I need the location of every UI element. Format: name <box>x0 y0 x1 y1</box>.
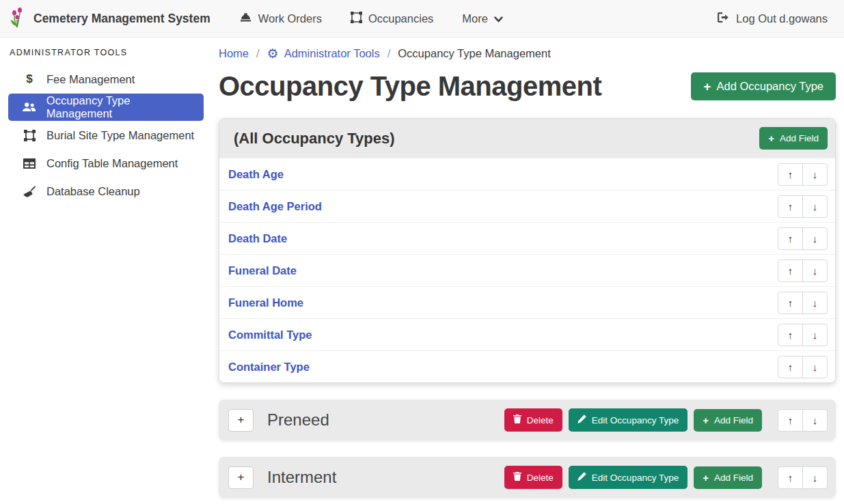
arrow-down-icon: ↓ <box>813 297 818 309</box>
nav-work-orders[interactable]: Work Orders <box>239 12 322 25</box>
broom-icon <box>21 186 38 197</box>
nav-occupancies[interactable]: Occupancies <box>351 12 433 26</box>
occupancy-type-section-preneed: + Preneed Delete <box>219 400 836 440</box>
breadcrumb-admin-tools-link[interactable]: ⚙ Administrator Tools <box>267 47 380 60</box>
arrow-down-icon: ↓ <box>813 329 818 341</box>
field-link-committal-type[interactable]: Committal Type <box>228 328 312 341</box>
sidebar-item-database-cleanup[interactable]: Database Cleanup <box>8 178 204 205</box>
nav-occupancies-label: Occupancies <box>368 12 433 25</box>
move-up-button[interactable]: ↑ <box>778 324 803 346</box>
field-row: Death Age ↑ ↓ <box>219 158 835 190</box>
sign-out-icon <box>718 12 730 25</box>
logout-button[interactable]: Log Out d.gowans <box>718 12 828 25</box>
chevron-down-icon <box>494 12 503 25</box>
move-down-button[interactable]: ↓ <box>802 356 828 378</box>
nav-more[interactable]: More <box>462 12 503 25</box>
move-down-button[interactable]: ↓ <box>802 163 828 186</box>
reorder-controls: ↑ ↓ <box>778 292 828 314</box>
edit-occupancy-type-button[interactable]: Edit Occupancy Type <box>569 466 688 489</box>
hard-hat-icon <box>239 12 252 25</box>
breadcrumb: Home / ⚙ Administrator Tools / Occupancy… <box>219 47 836 60</box>
panel-header: (All Occupancy Types) + Add Field <box>219 119 835 158</box>
move-down-button[interactable]: ↓ <box>802 195 828 218</box>
arrow-up-icon: ↑ <box>788 233 793 244</box>
move-down-button[interactable]: ↓ <box>802 466 828 489</box>
edit-label: Edit Occupancy Type <box>592 415 679 425</box>
edit-occupancy-type-button[interactable]: Edit Occupancy Type <box>569 408 688 432</box>
field-link-death-age-period[interactable]: Death Age Period <box>228 200 322 213</box>
frame-user-icon <box>351 12 362 26</box>
dollar-icon: $ <box>21 72 38 86</box>
sidebar-item-burial-site-type-management[interactable]: Burial Site Type Management <box>8 122 204 149</box>
plus-icon: + <box>703 473 709 483</box>
add-occupancy-type-label: Add Occupancy Type <box>716 80 823 93</box>
arrow-down-icon: ↓ <box>813 265 818 277</box>
arrow-up-icon: ↑ <box>788 201 793 212</box>
breadcrumb-current: Occupancy Type Management <box>398 47 551 60</box>
pencil-icon <box>577 472 586 483</box>
move-down-button[interactable]: ↓ <box>802 324 828 346</box>
move-up-button[interactable]: ↑ <box>778 409 803 432</box>
sidebar-item-label: Occupancy Type Management <box>46 94 198 120</box>
section-title: Preneed <box>267 410 329 430</box>
move-up-button[interactable]: ↑ <box>778 163 803 186</box>
title-row: Occupancy Type Management + Add Occupanc… <box>219 71 836 102</box>
sidebar-item-config-table-management[interactable]: Config Table Management <box>8 150 204 177</box>
move-down-button[interactable]: ↓ <box>802 227 828 250</box>
sidebar-item-label: Burial Site Type Management <box>46 129 194 142</box>
panel-add-field-button[interactable]: + Add Field <box>759 127 828 150</box>
arrow-down-icon: ↓ <box>813 233 818 244</box>
arrow-up-icon: ↑ <box>788 265 793 277</box>
arrow-up-icon: ↑ <box>788 297 793 309</box>
delete-button[interactable]: Delete <box>504 408 562 432</box>
arrow-down-icon: ↓ <box>813 361 818 373</box>
trash-icon <box>513 415 521 425</box>
tulip-logo-icon <box>8 7 27 31</box>
expand-button[interactable]: + <box>228 409 254 432</box>
move-down-button[interactable]: ↓ <box>802 409 828 432</box>
nav-work-orders-label: Work Orders <box>258 12 322 25</box>
section-title: Interment <box>267 468 336 487</box>
move-up-button[interactable]: ↑ <box>778 292 803 314</box>
section-add-field-button[interactable]: + Add Field <box>694 466 762 489</box>
reorder-controls: ↑ ↓ <box>778 466 828 489</box>
move-up-button[interactable]: ↑ <box>778 195 803 218</box>
field-link-death-date[interactable]: Death Date <box>228 232 287 245</box>
move-down-button[interactable]: ↓ <box>802 292 828 314</box>
main-content: Home / ⚙ Administrator Tools / Occupancy… <box>212 38 844 504</box>
move-up-button[interactable]: ↑ <box>778 466 803 489</box>
field-row: Death Age Period ↑ ↓ <box>219 190 835 222</box>
sidebar-item-occupancy-type-management[interactable]: Occupancy Type Management <box>8 94 204 121</box>
arrow-up-icon: ↑ <box>788 361 793 373</box>
add-occupancy-type-button[interactable]: + Add Occupancy Type <box>691 72 836 100</box>
field-link-funeral-home[interactable]: Funeral Home <box>228 296 303 309</box>
section-actions: Delete Edit Occupancy Type + Add Field ↑ <box>504 408 828 432</box>
expand-button[interactable]: + <box>228 466 254 489</box>
arrow-down-icon: ↓ <box>813 201 818 212</box>
arrow-down-icon: ↓ <box>813 415 818 426</box>
field-link-container-type[interactable]: Container Type <box>228 361 310 374</box>
app-brand[interactable]: Cemetery Management System <box>8 7 210 31</box>
plus-icon: + <box>238 471 245 484</box>
field-row: Funeral Home ↑ ↓ <box>219 286 835 318</box>
delete-button[interactable]: Delete <box>504 466 562 489</box>
add-field-label: Add Field <box>714 415 753 425</box>
field-row: Death Date ↑ ↓ <box>219 222 835 254</box>
reorder-controls: ↑ ↓ <box>778 409 828 432</box>
page-title: Occupancy Type Management <box>219 71 601 102</box>
logout-label: Log Out d.gowans <box>736 12 828 25</box>
breadcrumb-home-link[interactable]: Home <box>219 47 249 60</box>
move-up-button[interactable]: ↑ <box>778 227 803 250</box>
move-up-button[interactable]: ↑ <box>778 260 803 282</box>
field-link-funeral-date[interactable]: Funeral Date <box>228 264 297 277</box>
arrow-down-icon: ↓ <box>813 472 818 484</box>
sidebar-heading: ADMINISTRATOR TOOLS <box>10 48 204 57</box>
reorder-controls: ↑ ↓ <box>778 260 828 282</box>
field-link-death-age[interactable]: Death Age <box>228 168 284 181</box>
sidebar-item-label: Fee Management <box>46 73 135 86</box>
sidebar-item-label: Config Table Management <box>46 157 178 170</box>
sidebar-item-fee-management[interactable]: $ Fee Management <box>8 66 204 93</box>
move-down-button[interactable]: ↓ <box>802 260 828 282</box>
section-add-field-button[interactable]: + Add Field <box>694 409 762 432</box>
move-up-button[interactable]: ↑ <box>778 356 803 378</box>
